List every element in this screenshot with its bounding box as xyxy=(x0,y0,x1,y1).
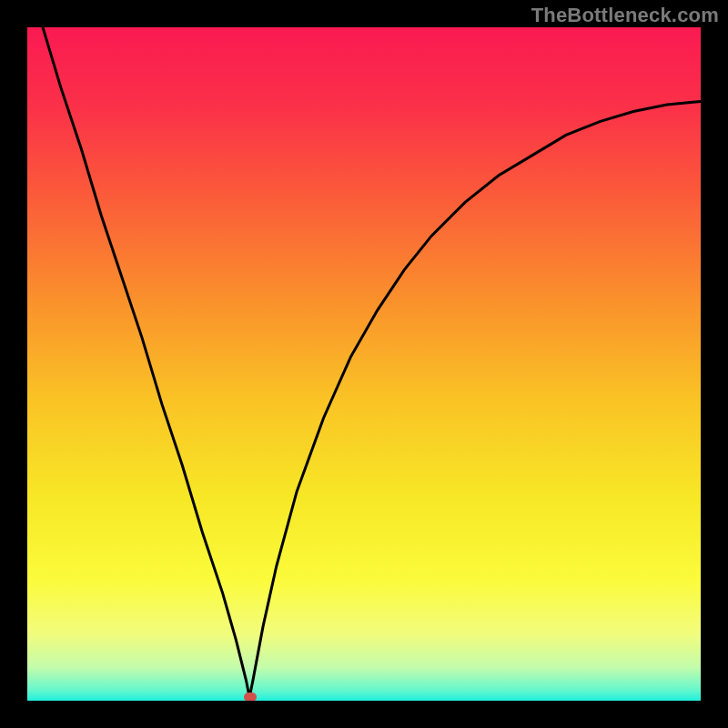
plot-area xyxy=(27,27,701,701)
curve-layer xyxy=(27,27,701,701)
bottleneck-curve xyxy=(27,27,701,697)
watermark-text: TheBottleneck.com xyxy=(531,4,719,27)
optimum-marker xyxy=(244,693,257,701)
chart-root: TheBottleneck.com xyxy=(0,0,728,728)
